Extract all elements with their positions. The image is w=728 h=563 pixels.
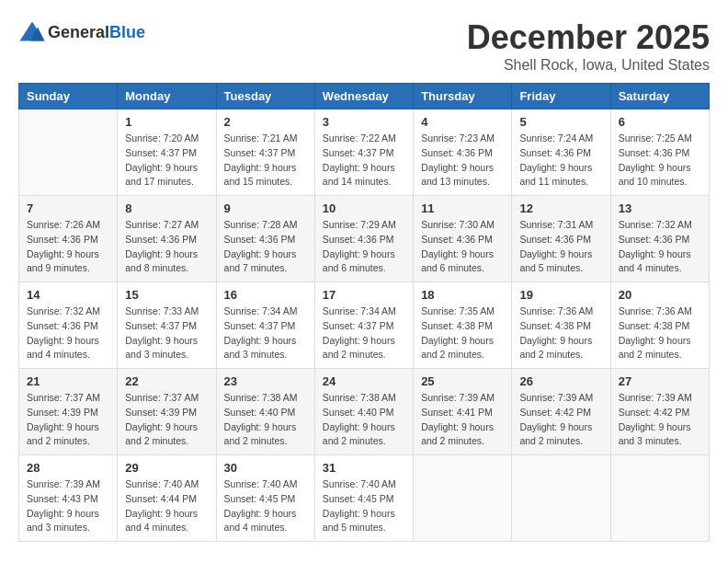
day-cell: 13Sunrise: 7:32 AM Sunset: 4:36 PM Dayli…	[610, 196, 709, 282]
month-title: December 2025	[467, 18, 710, 57]
calendar-header-row: Sunday Monday Tuesday Wednesday Thursday…	[19, 84, 710, 109]
day-info: Sunrise: 7:40 AM Sunset: 4:45 PM Dayligh…	[323, 477, 405, 535]
day-info: Sunrise: 7:36 AM Sunset: 4:38 PM Dayligh…	[519, 304, 602, 362]
day-cell: 21Sunrise: 7:37 AM Sunset: 4:39 PM Dayli…	[19, 369, 118, 455]
day-number: 8	[125, 201, 208, 215]
day-number: 17	[323, 288, 405, 302]
day-number: 19	[519, 288, 602, 302]
calendar-table: Sunday Monday Tuesday Wednesday Thursday…	[18, 83, 710, 542]
day-info: Sunrise: 7:34 AM Sunset: 4:37 PM Dayligh…	[323, 304, 405, 362]
day-info: Sunrise: 7:26 AM Sunset: 4:36 PM Dayligh…	[27, 218, 109, 276]
day-info: Sunrise: 7:40 AM Sunset: 4:44 PM Dayligh…	[125, 477, 208, 535]
day-info: Sunrise: 7:30 AM Sunset: 4:36 PM Dayligh…	[421, 218, 504, 276]
day-number: 4	[421, 115, 504, 129]
day-number: 25	[421, 374, 504, 388]
day-cell: 23Sunrise: 7:38 AM Sunset: 4:40 PM Dayli…	[216, 369, 314, 455]
day-cell: 29Sunrise: 7:40 AM Sunset: 4:44 PM Dayli…	[118, 455, 216, 542]
col-tuesday: Tuesday	[216, 84, 314, 109]
day-cell: 8Sunrise: 7:27 AM Sunset: 4:36 PM Daylig…	[118, 196, 216, 282]
day-number: 16	[224, 288, 307, 302]
col-sunday: Sunday	[19, 84, 118, 109]
col-saturday: Saturday	[610, 84, 709, 109]
day-cell: 26Sunrise: 7:39 AM Sunset: 4:42 PM Dayli…	[512, 369, 610, 455]
title-section: December 2025 Shell Rock, Iowa, United S…	[467, 18, 710, 74]
day-info: Sunrise: 7:38 AM Sunset: 4:40 PM Dayligh…	[323, 391, 405, 449]
logo: GeneralBlue	[18, 18, 145, 46]
day-number: 6	[619, 115, 701, 129]
page-header: GeneralBlue December 2025 Shell Rock, Io…	[18, 18, 710, 74]
day-number: 15	[125, 288, 208, 302]
day-cell: 1Sunrise: 7:20 AM Sunset: 4:37 PM Daylig…	[118, 109, 216, 196]
day-info: Sunrise: 7:32 AM Sunset: 4:36 PM Dayligh…	[619, 218, 701, 276]
day-cell	[512, 455, 610, 542]
logo-icon	[18, 18, 46, 46]
week-row-2: 7Sunrise: 7:26 AM Sunset: 4:36 PM Daylig…	[19, 196, 710, 282]
day-info: Sunrise: 7:37 AM Sunset: 4:39 PM Dayligh…	[125, 391, 208, 449]
day-info: Sunrise: 7:21 AM Sunset: 4:37 PM Dayligh…	[224, 132, 307, 190]
week-row-4: 21Sunrise: 7:37 AM Sunset: 4:39 PM Dayli…	[19, 369, 710, 455]
day-info: Sunrise: 7:39 AM Sunset: 4:42 PM Dayligh…	[619, 391, 701, 449]
day-number: 18	[421, 288, 504, 302]
day-info: Sunrise: 7:20 AM Sunset: 4:37 PM Dayligh…	[125, 132, 208, 190]
day-cell: 14Sunrise: 7:32 AM Sunset: 4:36 PM Dayli…	[19, 282, 118, 369]
day-number: 23	[224, 374, 307, 388]
day-number: 2	[224, 115, 307, 129]
day-info: Sunrise: 7:35 AM Sunset: 4:38 PM Dayligh…	[421, 304, 504, 362]
day-cell: 4Sunrise: 7:23 AM Sunset: 4:36 PM Daylig…	[414, 109, 512, 196]
day-cell: 7Sunrise: 7:26 AM Sunset: 4:36 PM Daylig…	[19, 196, 118, 282]
day-info: Sunrise: 7:31 AM Sunset: 4:36 PM Dayligh…	[519, 218, 602, 276]
day-number: 26	[519, 374, 602, 388]
day-cell: 25Sunrise: 7:39 AM Sunset: 4:41 PM Dayli…	[414, 369, 512, 455]
day-cell: 20Sunrise: 7:36 AM Sunset: 4:38 PM Dayli…	[610, 282, 709, 369]
day-cell: 2Sunrise: 7:21 AM Sunset: 4:37 PM Daylig…	[216, 109, 314, 196]
day-info: Sunrise: 7:38 AM Sunset: 4:40 PM Dayligh…	[224, 391, 307, 449]
day-number: 21	[27, 374, 109, 388]
day-cell: 28Sunrise: 7:39 AM Sunset: 4:43 PM Dayli…	[19, 455, 118, 542]
day-cell: 17Sunrise: 7:34 AM Sunset: 4:37 PM Dayli…	[314, 282, 413, 369]
week-row-1: 1Sunrise: 7:20 AM Sunset: 4:37 PM Daylig…	[19, 109, 710, 196]
day-info: Sunrise: 7:27 AM Sunset: 4:36 PM Dayligh…	[125, 218, 208, 276]
day-cell: 11Sunrise: 7:30 AM Sunset: 4:36 PM Dayli…	[414, 196, 512, 282]
day-number: 11	[421, 201, 504, 215]
col-friday: Friday	[512, 84, 610, 109]
day-cell: 22Sunrise: 7:37 AM Sunset: 4:39 PM Dayli…	[118, 369, 216, 455]
day-number: 28	[27, 461, 109, 475]
day-number: 22	[125, 374, 208, 388]
week-row-3: 14Sunrise: 7:32 AM Sunset: 4:36 PM Dayli…	[19, 282, 710, 369]
day-number: 1	[125, 115, 208, 129]
day-info: Sunrise: 7:28 AM Sunset: 4:36 PM Dayligh…	[224, 218, 307, 276]
col-thursday: Thursday	[414, 84, 512, 109]
day-number: 29	[125, 461, 208, 475]
day-cell	[610, 455, 709, 542]
day-info: Sunrise: 7:33 AM Sunset: 4:37 PM Dayligh…	[125, 304, 208, 362]
day-info: Sunrise: 7:39 AM Sunset: 4:41 PM Dayligh…	[421, 391, 504, 449]
day-number: 10	[323, 201, 405, 215]
day-info: Sunrise: 7:34 AM Sunset: 4:37 PM Dayligh…	[224, 304, 307, 362]
location-title: Shell Rock, Iowa, United States	[467, 57, 710, 74]
day-cell: 27Sunrise: 7:39 AM Sunset: 4:42 PM Dayli…	[610, 369, 709, 455]
day-number: 9	[224, 201, 307, 215]
day-cell: 10Sunrise: 7:29 AM Sunset: 4:36 PM Dayli…	[314, 196, 413, 282]
day-number: 5	[519, 115, 602, 129]
day-cell: 24Sunrise: 7:38 AM Sunset: 4:40 PM Dayli…	[314, 369, 413, 455]
day-number: 7	[27, 201, 109, 215]
day-cell: 5Sunrise: 7:24 AM Sunset: 4:36 PM Daylig…	[512, 109, 610, 196]
day-info: Sunrise: 7:36 AM Sunset: 4:38 PM Dayligh…	[619, 304, 701, 362]
day-info: Sunrise: 7:24 AM Sunset: 4:36 PM Dayligh…	[519, 132, 602, 190]
day-cell: 18Sunrise: 7:35 AM Sunset: 4:38 PM Dayli…	[414, 282, 512, 369]
day-cell: 19Sunrise: 7:36 AM Sunset: 4:38 PM Dayli…	[512, 282, 610, 369]
day-cell: 30Sunrise: 7:40 AM Sunset: 4:45 PM Dayli…	[216, 455, 314, 542]
col-monday: Monday	[118, 84, 216, 109]
day-info: Sunrise: 7:32 AM Sunset: 4:36 PM Dayligh…	[27, 304, 109, 362]
day-number: 24	[323, 374, 405, 388]
day-cell	[414, 455, 512, 542]
day-number: 31	[323, 461, 405, 475]
day-number: 13	[619, 201, 701, 215]
day-number: 27	[619, 374, 701, 388]
day-cell: 9Sunrise: 7:28 AM Sunset: 4:36 PM Daylig…	[216, 196, 314, 282]
logo-text: GeneralBlue	[48, 23, 145, 42]
day-number: 14	[27, 288, 109, 302]
day-info: Sunrise: 7:23 AM Sunset: 4:36 PM Dayligh…	[421, 132, 504, 190]
day-cell: 31Sunrise: 7:40 AM Sunset: 4:45 PM Dayli…	[314, 455, 413, 542]
day-cell: 16Sunrise: 7:34 AM Sunset: 4:37 PM Dayli…	[216, 282, 314, 369]
